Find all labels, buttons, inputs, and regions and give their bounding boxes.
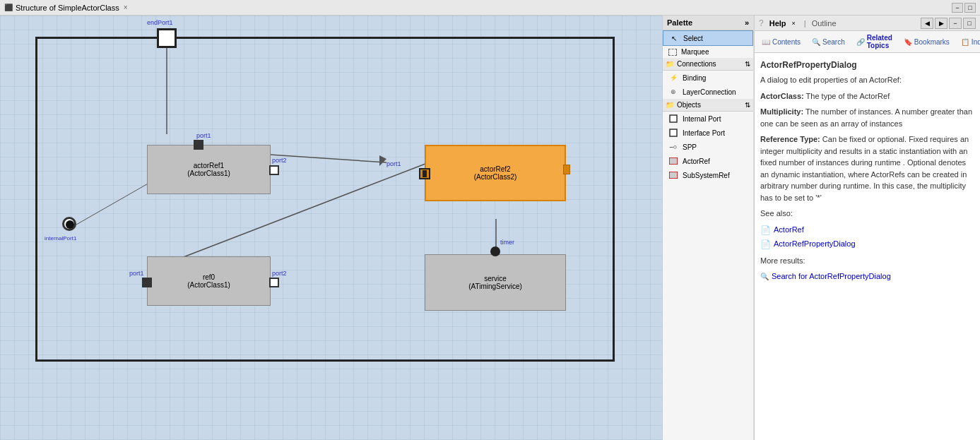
actor-class-text: The type of the ActorRef	[804, 92, 890, 100]
help-tab-icon: ×	[792, 20, 796, 27]
actor-ref2-box[interactable]: actorRef2 (ActorClass2)	[425, 145, 566, 201]
palette-expand-icon[interactable]: »	[745, 18, 749, 27]
actor-ref-doc-icon: 📄	[760, 224, 771, 237]
dialog-title: ActorRefPropertyDialog	[760, 59, 974, 71]
related-icon: 🔗	[856, 38, 865, 46]
more-results-label: More results:	[760, 255, 974, 267]
palette-item-spp[interactable]: –○ SPP	[663, 140, 753, 154]
minimize-button[interactable]: −	[952, 3, 963, 13]
tab-bookmarks[interactable]: 🔖 Bookmarks	[899, 32, 954, 51]
help-panel: ? Help × | Outline ◀ ▶ − □ 📖 Contents 🔍 …	[754, 16, 980, 440]
binding-label: Binding	[683, 74, 706, 82]
palette-item-subsystem-ref[interactable]: SubSystemRef	[663, 168, 753, 182]
contents-tab-label: Contents	[772, 38, 801, 46]
svg-marker-2	[379, 155, 386, 166]
actor-class-label: ActorClass:	[760, 92, 804, 100]
search-tab-label: Search	[822, 38, 845, 46]
diagram-canvas-area[interactable]: endPort1 actorRef1 (ActorClass1) port1 p…	[0, 16, 662, 440]
spp-icon: –○	[668, 142, 678, 152]
internal-port-icon	[668, 114, 678, 124]
search-icon: 🔍	[812, 38, 820, 46]
help-header: ? Help × | Outline ◀ ▶ − □	[755, 16, 980, 31]
tab-contents[interactable]: 📖 Contents	[757, 32, 805, 51]
ref0-class: (ActorClass1)	[187, 281, 230, 289]
search-link-item: 🔍 Search for ActorRefPropertyDialog	[760, 270, 974, 283]
svg-rect-9	[669, 172, 678, 179]
service-class: (ATimingService)	[468, 283, 522, 290]
outline-separator: |	[804, 19, 806, 28]
related-topics-label: Related Topics	[867, 34, 892, 49]
ref0-port2-label: port2	[272, 270, 287, 277]
palette-section-connections[interactable]: 📁 Connections ⇅	[663, 58, 753, 71]
actor-ref2-port1-connector	[419, 168, 430, 179]
end-port-label: endPort1	[147, 19, 173, 26]
actor-ref-dialog-link[interactable]: ActorRefPropertyDialog	[774, 238, 856, 250]
timer-label: timer	[500, 239, 514, 246]
palette-item-select[interactable]: ↖ Select	[663, 30, 753, 46]
actor-ref-link-item: 📄 ActorRef	[760, 224, 974, 237]
palette-item-internal-port[interactable]: Internal Port	[663, 112, 753, 126]
bookmark-icon: 🔖	[904, 38, 912, 46]
actor-ref-dialog-link-item: 📄 ActorRefPropertyDialog	[760, 238, 974, 251]
subsystem-ref-icon	[668, 170, 678, 180]
actor-ref2-right-port	[563, 165, 570, 174]
maximize-button[interactable]: □	[964, 3, 976, 13]
subsystem-ref-label: SubSystemRef	[683, 172, 730, 179]
palette-header: Palette »	[663, 16, 753, 30]
palette-item-interface-port[interactable]: Interface Port	[663, 126, 753, 140]
multiplicity-para: Multiplicity: The number of instances. A…	[760, 106, 974, 129]
palette-title: Palette	[667, 18, 692, 27]
tab-related-topics[interactable]: 🔗 Related Topics	[852, 32, 897, 51]
connections-folder-icon: 📁	[666, 60, 674, 68]
palette-panel: Palette » ↖ Select Marquee 📁 Connections…	[662, 16, 754, 440]
actor-ref-link[interactable]: ActorRef	[774, 224, 804, 236]
actor-class-para: ActorClass: The type of the ActorRef	[760, 90, 974, 102]
search-for-link[interactable]: Search for ActorRefPropertyDialog	[772, 270, 891, 283]
marquee-label: Marquee	[681, 48, 709, 56]
actor-ref2-label: actorRef2	[480, 165, 510, 173]
internal-port-label: Internal Port	[683, 115, 721, 123]
tab-index[interactable]: 📋 Index	[957, 32, 980, 51]
back-button[interactable]: ◀	[921, 18, 933, 29]
reference-type-label: Reference Type:	[760, 135, 820, 143]
palette-item-binding[interactable]: ⚡ Binding	[663, 71, 753, 85]
index-icon: 📋	[961, 38, 969, 46]
actor-ref1-box[interactable]: actorRef1 (ActorClass1)	[147, 145, 271, 194]
help-tabs: 📖 Contents 🔍 Search 🔗 Related Topics 🔖 B…	[755, 31, 980, 53]
bookmarks-label: Bookmarks	[914, 38, 950, 46]
internal-port-dot	[66, 220, 74, 229]
palette-item-layer-connection[interactable]: ⊕ LayerConnection	[663, 85, 753, 99]
help-max-button[interactable]: □	[963, 18, 976, 29]
actor-ref1-label: actorRef1	[194, 162, 224, 170]
see-also-label: See also:	[760, 208, 974, 220]
ref0-box[interactable]: ref0 (ActorClass1)	[147, 256, 271, 306]
svg-rect-6	[670, 115, 677, 122]
actor-ref-icon	[668, 156, 678, 166]
close-tab-icon[interactable]: ×	[124, 4, 128, 11]
outline-label: Outline	[812, 19, 837, 28]
help-min-button[interactable]: −	[949, 18, 962, 29]
actor-ref1-port2	[269, 165, 279, 175]
title-bar: ⬛ Structure of SimpleActorClass × − □	[0, 0, 980, 16]
connections-label: Connections	[677, 60, 716, 68]
timer-dot	[490, 246, 500, 256]
forward-button[interactable]: ▶	[935, 18, 947, 29]
palette-item-marquee[interactable]: Marquee	[663, 46, 753, 58]
internal-port-label: internalPort1	[45, 235, 76, 242]
help-title: Help	[769, 19, 786, 28]
end-port-box	[157, 28, 177, 48]
actor-ref-palette-label: ActorRef	[683, 157, 710, 165]
tab-search[interactable]: 🔍 Search	[808, 32, 849, 51]
objects-label: Objects	[677, 101, 701, 109]
actor-ref-dialog-doc-icon: 📄	[760, 238, 771, 251]
palette-section-objects[interactable]: 📁 Objects ⇅	[663, 99, 753, 112]
palette-item-actor-ref[interactable]: ActorRef	[663, 154, 753, 168]
actor-ref1-class: (ActorClass1)	[187, 170, 230, 177]
binding-icon: ⚡	[668, 73, 678, 83]
window-title: Structure of SimpleActorClass	[16, 4, 119, 12]
actor-ref2-port1-label: port1	[386, 160, 401, 167]
service-box[interactable]: service (ATimingService)	[425, 254, 566, 311]
ref0-port1-label: port1	[129, 270, 144, 277]
actor-ref1-port1-label: port1	[196, 132, 211, 139]
dialog-subtitle: A dialog to edit properties of an ActorR…	[760, 74, 974, 86]
